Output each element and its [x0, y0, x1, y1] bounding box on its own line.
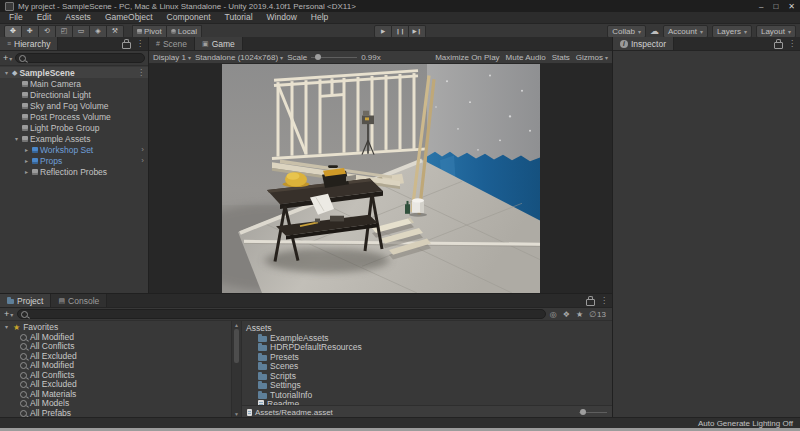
- asset-folder-scripts[interactable]: Scripts: [246, 371, 612, 381]
- tab-inspector[interactable]: i Inspector: [613, 37, 674, 50]
- local-toggle[interactable]: Local: [167, 25, 202, 38]
- folder-icon: [258, 393, 267, 399]
- hierarchy-item-samplescene[interactable]: ▾◆SampleScene⋮: [0, 67, 148, 78]
- expander-icon[interactable]: ▾: [3, 323, 10, 333]
- pivot-toggle[interactable]: Pivot: [132, 25, 167, 38]
- panel-menu-icon[interactable]: ⋮: [136, 39, 144, 48]
- scale-slider[interactable]: [311, 57, 357, 58]
- item-label: Example Assets: [30, 134, 90, 144]
- saved-search-icon: [20, 391, 27, 398]
- project-search[interactable]: [17, 309, 546, 319]
- game-viewport[interactable]: [149, 64, 612, 293]
- rect-tool[interactable]: ▭: [73, 25, 90, 38]
- save-search-icon[interactable]: ★: [576, 310, 583, 319]
- pause-button[interactable]: ❙❙: [392, 25, 409, 38]
- asset-folder-exampleassets[interactable]: ExampleAssets: [246, 333, 612, 343]
- move-tool[interactable]: ✚: [22, 25, 39, 38]
- hierarchy-item-main-camera[interactable]: Main Camera: [0, 78, 148, 89]
- asset-folder-presets[interactable]: Presets: [246, 352, 612, 362]
- custom-tool[interactable]: ⚒: [107, 25, 124, 38]
- hierarchy-create-button[interactable]: + ▾: [3, 53, 12, 63]
- maximize-button[interactable]: □: [773, 2, 778, 11]
- collab-dropdown[interactable]: Collab ▾: [607, 25, 646, 38]
- chevron-down-icon: ▾: [638, 28, 641, 35]
- chevron-down-icon: ▾: [605, 54, 608, 61]
- mute-audio-button[interactable]: Mute Audio: [506, 53, 546, 62]
- lock-icon[interactable]: [774, 42, 783, 49]
- asset-folder-hdrpdefaultresources[interactable]: HDRPDefaultResources: [246, 343, 612, 353]
- hierarchy-item-props[interactable]: ▸Props›: [0, 155, 148, 166]
- vertical-scrollbar[interactable]: ▲ ▼: [231, 321, 241, 418]
- hierarchy-item-reflection-probes[interactable]: ▸Reflection Probes: [0, 166, 148, 177]
- hierarchy-item-sky-and-fog-volume[interactable]: Sky and Fog Volume: [0, 100, 148, 111]
- expander-icon[interactable]: ▸: [23, 168, 30, 175]
- transform-tool[interactable]: ◈: [90, 25, 107, 38]
- expander-icon[interactable]: ▸: [23, 146, 30, 153]
- hand-tool[interactable]: ✥: [4, 25, 22, 38]
- menu-assets[interactable]: Assets: [58, 12, 98, 23]
- tab-game[interactable]: ▣ Game: [195, 37, 243, 50]
- hierarchy-search-input[interactable]: [28, 54, 141, 62]
- close-button[interactable]: ✕: [788, 2, 795, 11]
- saved-search-icon: [20, 381, 27, 388]
- minimize-button[interactable]: –: [759, 2, 763, 11]
- slider-knob[interactable]: [580, 409, 586, 415]
- hidden-packages-count[interactable]: ∅ 13: [589, 310, 606, 319]
- resolution-dropdown[interactable]: Standalone (1024x768) ▾: [195, 53, 283, 62]
- console-tab-label: Console: [68, 296, 99, 306]
- hierarchy-item-post-process-volume[interactable]: Post Process Volume: [0, 111, 148, 122]
- asset-folder-settings[interactable]: Settings: [246, 381, 612, 391]
- hierarchy-item-light-probe-group[interactable]: Light Probe Group: [0, 122, 148, 133]
- cloud-icon[interactable]: ☁: [650, 26, 659, 36]
- thumbnail-size-slider[interactable]: [579, 412, 607, 413]
- search-by-type-icon[interactable]: ◎: [550, 310, 557, 319]
- scrollbar-thumb[interactable]: [234, 329, 239, 363]
- tab-project[interactable]: Project: [0, 294, 51, 307]
- hierarchy-item-workshop-set[interactable]: ▸Workshop Set›: [0, 144, 148, 155]
- panel-menu-icon[interactable]: ⋮: [788, 39, 796, 48]
- expander-icon[interactable]: ▾: [13, 135, 20, 142]
- asset-folder-tutorialinfo[interactable]: TutorialInfo: [246, 390, 612, 400]
- expander-icon[interactable]: ▾: [3, 69, 10, 76]
- prefab-open-chevron-icon[interactable]: ›: [141, 145, 145, 154]
- account-dropdown[interactable]: Account ▾: [663, 25, 708, 38]
- menu-file[interactable]: File: [2, 12, 30, 23]
- panel-menu-icon[interactable]: ⋮: [600, 296, 608, 305]
- project-create-button[interactable]: + ▾: [4, 309, 13, 319]
- hierarchy-item-directional-light[interactable]: Directional Light: [0, 89, 148, 100]
- maximize-on-play-button[interactable]: Maximize On Play: [435, 53, 499, 62]
- menu-edit[interactable]: Edit: [30, 12, 59, 23]
- expander-icon[interactable]: ▸: [23, 157, 30, 164]
- asset-folder-scenes[interactable]: Scenes: [246, 362, 612, 372]
- menu-help[interactable]: Help: [304, 12, 335, 23]
- play-button[interactable]: ▶: [374, 25, 392, 38]
- layers-dropdown[interactable]: Layers ▾: [712, 25, 752, 38]
- prefab-open-chevron-icon[interactable]: ›: [141, 156, 145, 165]
- step-button[interactable]: ▶❙: [409, 25, 426, 38]
- menu-gameobject[interactable]: GameObject: [98, 12, 160, 23]
- tab-scene[interactable]: # Scene: [149, 37, 195, 50]
- display-dropdown[interactable]: Display 1 ▾: [153, 53, 191, 62]
- hierarchy-item-example-assets[interactable]: ▾Example Assets: [0, 133, 148, 144]
- lock-icon[interactable]: [586, 299, 595, 306]
- scroll-up-icon[interactable]: ▲: [234, 322, 239, 328]
- stats-button[interactable]: Stats: [552, 53, 570, 62]
- hierarchy-search[interactable]: [15, 53, 145, 63]
- layout-dropdown[interactable]: Layout ▾: [756, 25, 796, 38]
- search-by-label-icon[interactable]: ❖: [563, 310, 570, 319]
- rotate-tool[interactable]: ⟲: [39, 25, 56, 38]
- gizmos-button[interactable]: Gizmos▾: [576, 53, 608, 62]
- menu-tutorial[interactable]: Tutorial: [218, 12, 260, 23]
- menu-window[interactable]: Window: [260, 12, 304, 23]
- scale-tool[interactable]: ◰: [56, 25, 73, 38]
- project-search-input[interactable]: [30, 310, 542, 318]
- gamepad-icon: ▣: [202, 40, 209, 48]
- tab-hierarchy[interactable]: ≡ Hierarchy: [0, 37, 58, 50]
- menu-component[interactable]: Component: [160, 12, 218, 23]
- lighting-status-text[interactable]: Auto Generate Lighting Off: [698, 419, 793, 428]
- slider-knob[interactable]: [315, 54, 321, 60]
- lock-icon[interactable]: [122, 42, 131, 49]
- chevron-down-icon: ▾: [188, 54, 191, 61]
- tab-console[interactable]: ▤ Console: [51, 294, 107, 307]
- item-menu-icon[interactable]: ⋮: [137, 68, 145, 77]
